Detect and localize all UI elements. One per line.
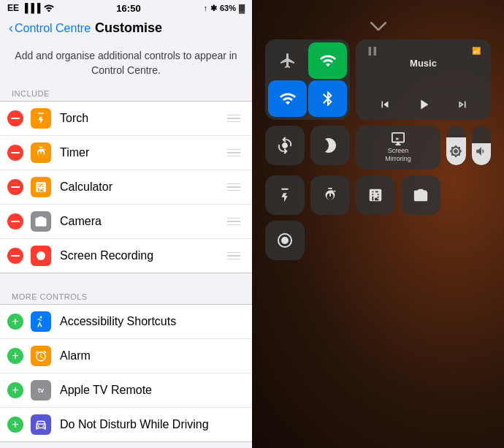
drag-handle[interactable] xyxy=(227,252,240,260)
bluetooth-icon: ✱ xyxy=(210,4,217,13)
cc-row-2: ScreenMirroring xyxy=(265,126,491,170)
add-accessibility-button[interactable] xyxy=(7,314,23,330)
next-button[interactable] xyxy=(456,98,469,111)
cellular-button[interactable] xyxy=(308,42,347,79)
calculator-label: Calculator xyxy=(60,181,221,194)
more-controls-section: MORE CONTROLS Accessibility Shortcuts Al… xyxy=(0,289,252,442)
page-title: Customise xyxy=(95,20,162,36)
cc-row-3 xyxy=(265,175,491,215)
music-controls xyxy=(366,96,481,113)
play-button[interactable] xyxy=(416,96,432,113)
more-controls-list: Accessibility Shortcuts Alarm tv Apple T… xyxy=(0,304,252,442)
settings-panel: EE ▐▐▐ 16:50 ↑ ✱ 63% ▓ ‹ Control Centre … xyxy=(0,0,252,448)
airplay-icon: 📶 xyxy=(472,47,481,55)
svg-marker-4 xyxy=(396,137,400,140)
dnd-driving-icon xyxy=(31,414,51,435)
mirroring-label: ScreenMirroring xyxy=(385,147,411,163)
timer-icon xyxy=(31,143,51,163)
calculator-icon xyxy=(31,177,51,197)
control-center-panel: ▐▐ 📶 Music xyxy=(252,0,504,448)
chevron-down-icon xyxy=(265,22,491,31)
add-dnd-driving-button[interactable] xyxy=(7,417,23,433)
timer-cc-button[interactable] xyxy=(310,175,350,215)
svg-point-2 xyxy=(38,425,39,427)
cc-row-4 xyxy=(265,221,491,260)
screen-recording-label: Screen Recording xyxy=(60,249,221,262)
brightness-slider[interactable] xyxy=(446,126,466,165)
add-alarm-button[interactable] xyxy=(7,348,23,364)
remove-camera-button[interactable] xyxy=(7,213,23,229)
signal-icon: ▐▐▐ xyxy=(22,3,41,13)
list-item: Timer xyxy=(0,136,252,170)
torch-label: Torch xyxy=(60,112,221,125)
status-time: 16:50 xyxy=(116,3,140,14)
music-tile[interactable]: ▐▐ 📶 Music xyxy=(356,39,491,120)
appletv-label: Apple TV Remote xyxy=(60,384,240,397)
list-item: tv Apple TV Remote xyxy=(0,373,252,408)
rotation-lock-button[interactable] xyxy=(265,126,305,165)
screen-recording-icon xyxy=(31,246,51,266)
drag-handle[interactable] xyxy=(227,218,240,226)
list-item: Screen Recording xyxy=(0,239,252,273)
timer-label: Timer xyxy=(60,146,221,159)
accessibility-icon xyxy=(31,311,51,332)
music-source: ▐▐ xyxy=(366,47,376,55)
bluetooth-toggle-button[interactable] xyxy=(308,80,347,117)
drag-handle[interactable] xyxy=(227,115,240,123)
status-right: ↑ ✱ 63% ▓ xyxy=(203,4,245,13)
list-item: Torch xyxy=(0,102,252,136)
back-chevron-icon: ‹ xyxy=(9,20,13,36)
do-not-disturb-button[interactable] xyxy=(310,126,350,165)
camera-icon xyxy=(31,211,51,232)
alarm-icon xyxy=(31,346,51,366)
cc-row-1: ▐▐ 📶 Music xyxy=(265,39,491,120)
wifi-toggle-button[interactable] xyxy=(268,80,307,117)
torch-cc-button[interactable] xyxy=(265,175,305,215)
back-label: Control Centre xyxy=(15,22,91,35)
include-section-label: INCLUDE xyxy=(0,86,252,101)
accessibility-label: Accessibility Shortcuts xyxy=(60,315,240,328)
wifi-status-icon xyxy=(44,3,54,14)
list-item: Alarm xyxy=(0,339,252,373)
list-item: Camera xyxy=(0,205,252,239)
remove-calculator-button[interactable] xyxy=(7,179,23,195)
remove-torch-button[interactable] xyxy=(7,110,23,126)
cc-grid: ▐▐ 📶 Music xyxy=(265,22,491,260)
list-item: Accessibility Shortcuts xyxy=(0,305,252,339)
camera-cc-button[interactable] xyxy=(401,175,440,215)
screen-record-cc-button[interactable] xyxy=(265,221,305,260)
camera-label: Camera xyxy=(60,215,221,228)
svg-point-6 xyxy=(281,237,289,244)
torch-icon xyxy=(31,108,51,129)
remove-timer-button[interactable] xyxy=(7,145,23,161)
back-button[interactable]: ‹ Control Centre xyxy=(9,20,91,36)
battery-label: 63% xyxy=(220,4,236,12)
list-item: Do Not Disturb While Driving xyxy=(0,408,252,441)
svg-point-1 xyxy=(39,254,43,258)
description-text: Add and organise additional controls to … xyxy=(0,42,252,86)
status-bar: EE ▐▐▐ 16:50 ↑ ✱ 63% ▓ xyxy=(0,0,252,16)
volume-slider[interactable] xyxy=(472,126,492,165)
screen-mirroring-button[interactable]: ScreenMirroring xyxy=(356,126,440,170)
connectivity-tile[interactable] xyxy=(265,39,350,120)
calculator-cc-button[interactable] xyxy=(356,175,395,215)
prev-button[interactable] xyxy=(378,98,392,111)
drag-handle[interactable] xyxy=(227,149,240,157)
arrow-icon: ↑ xyxy=(203,4,207,12)
include-list: Torch Timer Calculator Camera xyxy=(0,101,252,273)
drag-handle[interactable] xyxy=(227,183,240,191)
battery-icon: ▓ xyxy=(239,4,245,12)
remove-screen-recording-button[interactable] xyxy=(7,248,23,264)
list-item: Calculator xyxy=(0,170,252,205)
more-controls-label: MORE CONTROLS xyxy=(0,289,252,304)
status-left: EE ▐▐▐ xyxy=(7,3,54,14)
add-appletv-button[interactable] xyxy=(7,382,23,398)
alarm-label: Alarm xyxy=(60,349,240,362)
appletv-icon: tv xyxy=(31,380,51,400)
dnd-driving-label: Do Not Disturb While Driving xyxy=(60,418,240,431)
airplane-mode-button[interactable] xyxy=(268,42,307,79)
svg-point-3 xyxy=(42,425,44,427)
carrier-label: EE xyxy=(7,3,19,13)
music-title: Music xyxy=(366,58,481,69)
nav-header: ‹ Control Centre Customise xyxy=(0,16,252,42)
